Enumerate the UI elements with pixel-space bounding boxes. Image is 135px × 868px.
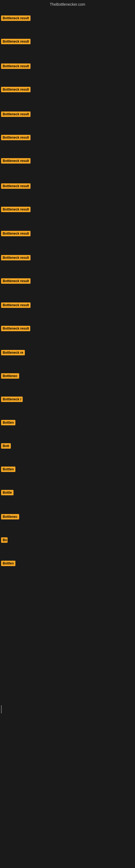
list-item[interactable]: Bo <box>1 537 8 544</box>
bottleneck-badge: Bottleneck result <box>1 39 31 44</box>
list-item[interactable]: Bottleneck result <box>1 112 31 118</box>
bottleneck-badge: Bottleneck result <box>1 303 31 308</box>
list-item[interactable]: Bottleneck re <box>1 350 25 356</box>
list-item[interactable]: Bottleneck result <box>1 135 31 141</box>
list-item[interactable]: Bottleneck result <box>1 278 31 285</box>
list-item[interactable]: Bottleneck r <box>1 397 23 403</box>
bottleneck-badge: Bottlenec <box>1 373 19 379</box>
list-item[interactable]: Bottleneck result <box>1 158 31 165</box>
list-item[interactable]: Bottleneck result <box>1 326 30 332</box>
bottleneck-badge: Bottleneck result <box>1 16 31 21</box>
list-item[interactable]: Bottleneck result <box>1 63 31 70</box>
list-item[interactable]: Bottleneck result <box>1 207 31 213</box>
bottleneck-badge: Bottlen <box>1 561 15 566</box>
bottleneck-badge: Bottleneck result <box>1 207 31 212</box>
list-item[interactable]: Bottleneck result <box>1 87 31 93</box>
bottleneck-badge: Bottlen <box>1 420 15 425</box>
list-item[interactable]: Bottleneck result <box>1 231 31 237</box>
list-item[interactable]: Bottle <box>1 490 13 496</box>
list-item[interactable]: Bott <box>1 443 11 450</box>
list-item[interactable]: Bottlenec <box>1 514 19 521</box>
bottleneck-badge: Bo <box>1 537 8 543</box>
bottleneck-badge: Bott <box>1 443 11 448</box>
bottleneck-badge: Bottleneck r <box>1 397 23 402</box>
list-item[interactable]: Bottleneck result <box>1 255 31 261</box>
list-item[interactable]: Bottlen <box>1 561 15 567</box>
list-item[interactable]: Bottlen <box>1 467 15 473</box>
list-item[interactable]: Bottleneck result <box>1 16 31 22</box>
list-item[interactable]: Bottlen <box>1 420 15 426</box>
site-title: TheBottlenecker.com <box>0 0 135 8</box>
list-item[interactable]: Bottleneck result <box>1 303 31 309</box>
bottleneck-badge: Bottleneck result <box>1 278 31 284</box>
bottleneck-badge: Bottlen <box>1 467 15 472</box>
bottleneck-badge: Bottle <box>1 490 13 495</box>
list-item[interactable]: Bottleneck result <box>1 39 31 45</box>
list-item[interactable]: Bottleneck result <box>1 183 31 190</box>
bottleneck-badge: Bottleneck result <box>1 183 31 189</box>
bottleneck-badge: Bottleneck result <box>1 158 31 163</box>
bottleneck-badge: Bottleneck result <box>1 112 31 117</box>
bottleneck-badge: Bottleneck re <box>1 350 25 355</box>
bottleneck-badge: Bottleneck result <box>1 63 31 69</box>
bottleneck-badge: Bottleneck result <box>1 231 31 236</box>
bottleneck-badge: Bottleneck result <box>1 255 31 260</box>
cursor-line <box>1 705 2 713</box>
bottleneck-badge: Bottleneck result <box>1 135 31 140</box>
bottleneck-badge: Bottlenec <box>1 514 19 520</box>
bottleneck-badge: Bottleneck result <box>1 326 30 331</box>
list-item[interactable]: Bottlenec <box>1 373 19 380</box>
bottleneck-badge: Bottleneck result <box>1 87 31 92</box>
